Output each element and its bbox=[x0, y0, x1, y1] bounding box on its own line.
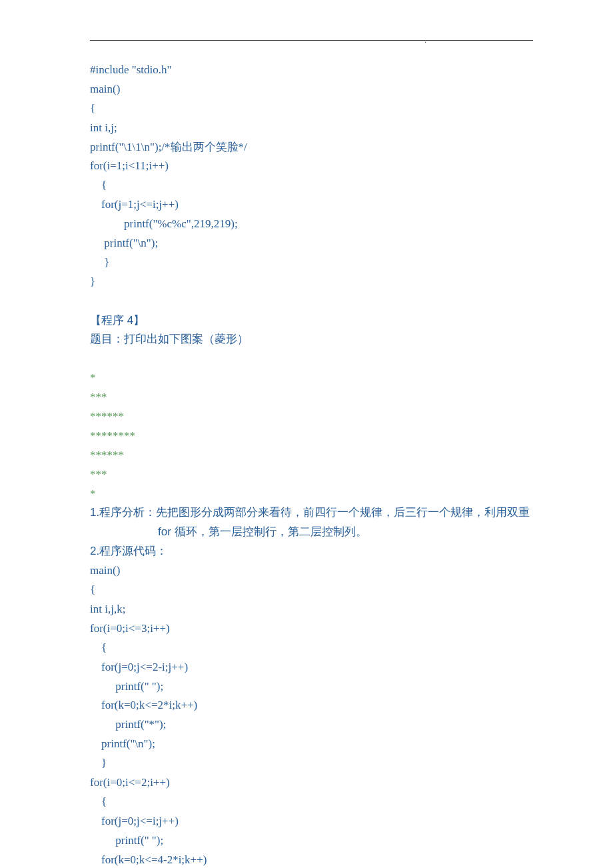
code2-l14: for(j=0;j<=i;j++) bbox=[90, 812, 533, 831]
analysis-l3: 2.程序源代码： bbox=[90, 542, 533, 561]
code1-l5: printf("\1\1\n");/*输出两个笑脸*/ bbox=[90, 138, 533, 157]
code2-l15: printf(" "); bbox=[90, 831, 533, 851]
code2-l9: printf("*"); bbox=[90, 715, 533, 735]
title-program-4: 题目：打印出如下图案（菱形） bbox=[90, 330, 533, 349]
code2-l12: for(i=0;i<=2;i++) bbox=[90, 773, 533, 793]
code2-l5: { bbox=[90, 639, 533, 658]
code1-l1: #include "stdio.h" bbox=[90, 61, 533, 80]
code1-l12: } bbox=[90, 273, 533, 292]
code2-l16: for(k=0;k<=4-2*i;k++) bbox=[90, 851, 533, 868]
pattern-l1: * bbox=[90, 369, 533, 388]
code2-l4: for(i=0;i<=3;i++) bbox=[90, 619, 533, 639]
pattern-l5: ****** bbox=[90, 446, 533, 465]
code2-l3: int i,j,k; bbox=[90, 600, 533, 619]
code1-l10: printf("\n"); bbox=[90, 234, 533, 253]
code1-l2: main() bbox=[90, 80, 533, 99]
pattern-l6: *** bbox=[90, 465, 533, 485]
code2-l13: { bbox=[90, 793, 533, 812]
code2-l8: for(k=0;k<=2*i;k++) bbox=[90, 696, 533, 715]
analysis-l2: for 循环，第一层控制行，第二层控制列。 bbox=[90, 523, 533, 542]
pattern-l4: ******** bbox=[90, 427, 533, 446]
pattern-l7: * bbox=[90, 485, 533, 504]
top-rule bbox=[90, 40, 533, 41]
code2-l1: main() bbox=[90, 561, 533, 581]
code2-l7: printf(" "); bbox=[90, 677, 533, 697]
code1-l11: } bbox=[90, 253, 533, 273]
code1-l6: for(i=1;i<11;i++) bbox=[90, 157, 533, 176]
pattern-l2: *** bbox=[90, 388, 533, 407]
code1-l9: printf("%c%c",219,219); bbox=[90, 215, 533, 234]
code2-l6: for(j=0;j<=2-i;j++) bbox=[90, 658, 533, 677]
pattern-l3: ****** bbox=[90, 407, 533, 427]
code1-l8: for(j=1;j<=i;j++) bbox=[90, 195, 533, 215]
page-container: . #include "stdio.h" main() { int i,j; p… bbox=[0, 0, 613, 868]
code1-l3: { bbox=[90, 99, 533, 119]
heading-program-4: 【程序 4】 bbox=[90, 311, 533, 331]
code1-l4: int i,j; bbox=[90, 119, 533, 138]
analysis-l1: 1.程序分析：先把图形分成两部分来看待，前四行一个规律，后三行一个规律，利用双重 bbox=[90, 503, 533, 523]
code2-l10: printf("\n"); bbox=[90, 735, 533, 754]
code2-l2: { bbox=[90, 581, 533, 600]
header-dot: . bbox=[424, 37, 426, 44]
code2-l11: } bbox=[90, 754, 533, 773]
code1-l7: { bbox=[90, 176, 533, 195]
